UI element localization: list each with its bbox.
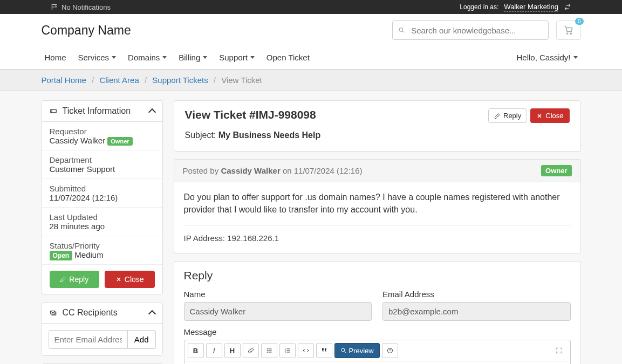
breadcrumb: Portal Home / Client Area / Support Tick… [42,70,581,90]
svg-point-1 [566,33,568,34]
fullscreen-icon [555,347,563,354]
editor-fullscreen-button[interactable] [551,343,567,358]
cc-recipients-panel: CC Recipients Add [42,302,163,356]
chevron-down-icon [112,56,116,59]
editor-ul-button[interactable] [261,343,277,358]
editor-quote-button[interactable] [316,343,332,358]
search-input[interactable] [411,26,542,35]
sidebar-close-button[interactable]: Close [105,271,155,288]
brand-name[interactable]: Company Name [42,23,131,38]
editor-help-button[interactable] [382,343,398,358]
post-meta: Posted by Cassidy Walker on 11/07/2024 (… [183,166,363,175]
ticket-post-panel: Posted by Cassidy Walker on 11/07/2024 (… [174,159,581,253]
logged-in-user[interactable]: Walker Marketing [504,3,558,12]
priority-value: Medium [74,250,103,259]
nav-billing[interactable]: Billing [175,47,210,67]
reply-email-label: Email Address [382,290,571,299]
close-icon [536,113,543,119]
posted-on: on 11/07/2024 (12:16) [281,166,363,175]
nav-services[interactable]: Services [75,47,120,67]
sidebar-reply-label: Reply [69,275,88,284]
svg-point-6 [267,349,268,349]
editor-textarea[interactable] [184,361,571,364]
cc-title: CC Recipients [63,308,118,318]
ip-label: IP Address: [184,233,228,243]
notifications-text[interactable]: No Notifications [61,3,111,11]
ticket-header-panel: View Ticket #IMJ-998098 Reply Close Subj… [174,100,581,152]
ticket-title: View Ticket #IMJ-998098 [185,108,316,121]
nav-user-greeting[interactable]: Hello, Cassidy! [513,47,580,67]
ticket-close-button[interactable]: Close [530,108,569,123]
nav-support[interactable]: Support [216,47,258,67]
chevron-down-icon [162,56,167,59]
switch-user-icon[interactable] [564,3,571,11]
crumb-support-tickets[interactable]: Support Tickets [152,75,208,85]
editor-code-button[interactable] [298,343,314,358]
greeting-label: Hello, Cassidy! [516,53,570,62]
ticket-info-head[interactable]: Ticket Information [42,101,162,122]
crumb-client-area[interactable]: Client Area [99,75,139,85]
chevron-down-icon [573,56,578,59]
chevron-down-icon [203,56,207,59]
reply-title: Reply [184,269,571,282]
editor-toolbar: B I H 123 [184,340,571,361]
nav-domains[interactable]: Domains [125,47,170,67]
reply-message-label: Message [184,327,571,336]
chevron-up-icon [148,310,155,318]
cart-button[interactable]: 0 [556,20,581,40]
nav-services-label: Services [78,53,110,62]
department-row: Department Customer Support [42,150,162,179]
sidebar-reply-button[interactable]: Reply [50,271,100,288]
nav-home[interactable]: Home [42,47,70,67]
breadcrumb-bar: Portal Home / Client Area / Support Tick… [0,70,622,91]
ticket-info-panel: Ticket Information Requestor Cassidy Wal… [42,100,163,294]
editor-italic-button[interactable]: I [206,343,222,358]
topbar: No Notifications Logged in as: Walker Ma… [0,0,622,14]
ticket-reply-button[interactable]: Reply [488,108,527,123]
submitted-label: Submitted [50,184,155,193]
reply-email-input [382,302,571,321]
reply-panel: Reply Name Email Address Message B I H [174,261,581,364]
editor-preview-button[interactable]: Preview [334,343,380,358]
mail-group-icon [50,309,57,317]
ticket-icon [50,107,57,115]
status-row: Status/Priority Open Medium [42,236,162,265]
updated-label: Last Updated [50,212,155,222]
search-icon [340,347,347,354]
submitted-value: 11/07/2024 (12:16) [50,193,155,202]
ticket-info-title: Ticket Information [63,106,131,116]
svg-point-12 [341,348,345,352]
nav-open-ticket-label: Open Ticket [266,53,310,62]
updated-row: Last Updated 28 minutes ago [42,208,162,236]
department-value: Customer Support [50,164,155,174]
editor-bold-button[interactable]: B [188,343,204,358]
posted-by-name: Cassidy Walker [221,166,280,175]
flag-icon [51,3,58,11]
editor-ol-button[interactable]: 123 [279,343,296,358]
header: Company Name 0 Home Services Domains Bil… [0,14,622,70]
link-icon [248,347,254,354]
cc-recipients-head[interactable]: CC Recipients [42,303,162,324]
status-badge: Open [50,251,73,260]
reply-name-input [184,302,372,321]
nav-support-label: Support [219,53,248,62]
crumb-sep: / [145,75,147,85]
code-icon [303,347,309,354]
crumb-portal-home[interactable]: Portal Home [42,75,86,85]
nav-open-ticket[interactable]: Open Ticket [263,47,313,67]
cart-count-badge: 0 [575,18,584,25]
requestor-value: Cassidy Walker [50,136,106,145]
ticket-close-label: Close [545,112,563,120]
svg-rect-3 [50,109,56,113]
search-box[interactable] [392,20,549,40]
close-icon [115,276,122,283]
pencil-icon [60,276,66,283]
requestor-row: Requestor Cassidy Walker Owner [42,122,162,150]
list-ul-icon [266,347,272,354]
editor-link-button[interactable] [243,343,259,358]
cc-email-input[interactable] [49,330,128,349]
svg-point-2 [570,33,571,34]
cc-add-button[interactable]: Add [128,330,156,349]
crumb-view-ticket: View Ticket [221,75,262,85]
editor-heading-button[interactable]: H [224,343,241,358]
